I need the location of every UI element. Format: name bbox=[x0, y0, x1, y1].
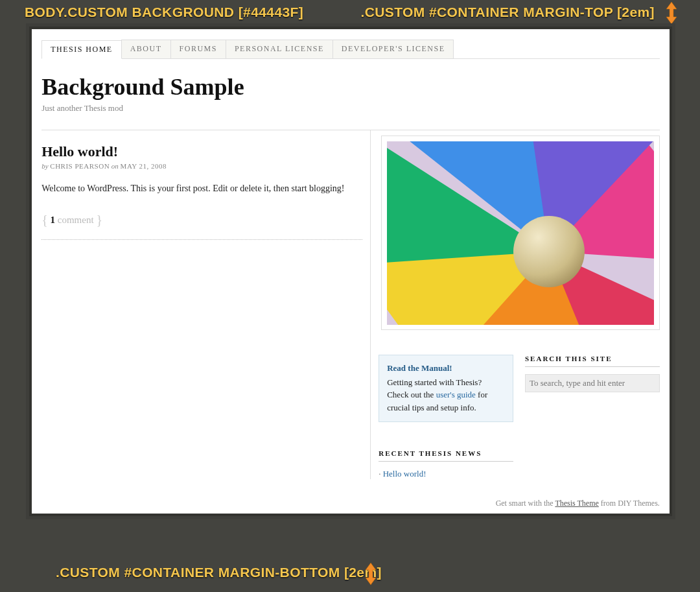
footer: Get smart with the Thesis Theme from DIY… bbox=[41, 492, 660, 508]
post-title[interactable]: Hello world! bbox=[41, 143, 362, 160]
annotation-body-bg: BODY.CUSTOM BACKGROUND [#44443F] bbox=[25, 4, 303, 21]
recent-heading: RECENT THESIS NEWS bbox=[379, 449, 513, 462]
svg-point-1 bbox=[513, 216, 585, 287]
post-meta: by CHRIS PEARSON on MAY 21, 2008 bbox=[41, 162, 362, 170]
manual-heading: Read the Manual! bbox=[387, 362, 505, 375]
sidebar: Read the Manual! Getting started with Th… bbox=[370, 130, 660, 479]
recent-item-link[interactable]: Hello world! bbox=[383, 469, 426, 479]
arrow-up-down-icon bbox=[664, 1, 679, 25]
comments-link[interactable]: { 1 comment } bbox=[41, 213, 362, 228]
manual-box: Read the Manual! Getting started with Th… bbox=[379, 355, 513, 422]
tab-thesis-home[interactable]: THESIS HOME bbox=[41, 40, 122, 59]
tab-about[interactable]: ABOUT bbox=[121, 40, 171, 58]
post-date: MAY 21, 2008 bbox=[121, 162, 167, 170]
main-column: Hello world! by CHRIS PEARSON on MAY 21,… bbox=[41, 130, 370, 479]
annotation-margin-bottom: .CUSTOM #CONTAINER MARGIN-BOTTOM [2em] bbox=[56, 564, 382, 581]
users-guide-link[interactable]: user's guide bbox=[436, 390, 476, 399]
tab-forums[interactable]: FORUMS bbox=[170, 40, 226, 58]
divider bbox=[41, 239, 362, 240]
search-heading: SEARCH THIS SITE bbox=[525, 355, 660, 367]
nav-tabs: THESIS HOME ABOUT FORUMS PERSONAL LICENS… bbox=[41, 40, 660, 59]
search-input[interactable] bbox=[525, 374, 660, 392]
post-body: Welcome to WordPress. This is your first… bbox=[41, 182, 362, 196]
pinwheel-image bbox=[381, 136, 660, 330]
site-title: Background Sample bbox=[41, 73, 660, 101]
annotation-margin-top: .CUSTOM #CONTAINER MARGIN-TOP [2em] bbox=[360, 4, 655, 21]
site-tagline: Just another Thesis mod bbox=[41, 103, 660, 113]
tab-developers-license[interactable]: DEVELOPER'S LICENSE bbox=[332, 40, 454, 58]
recent-news: RECENT THESIS NEWS Hello world! bbox=[379, 449, 513, 479]
post-author[interactable]: CHRIS PEARSON bbox=[50, 162, 110, 170]
arrow-up-down-icon bbox=[363, 562, 379, 586]
page: THESIS HOME ABOUT FORUMS PERSONAL LICENS… bbox=[32, 29, 670, 514]
tab-personal-license[interactable]: PERSONAL LICENSE bbox=[226, 40, 333, 58]
container: THESIS HOME ABOUT FORUMS PERSONAL LICENS… bbox=[26, 23, 675, 519]
thesis-theme-link[interactable]: Thesis Theme bbox=[555, 499, 598, 508]
